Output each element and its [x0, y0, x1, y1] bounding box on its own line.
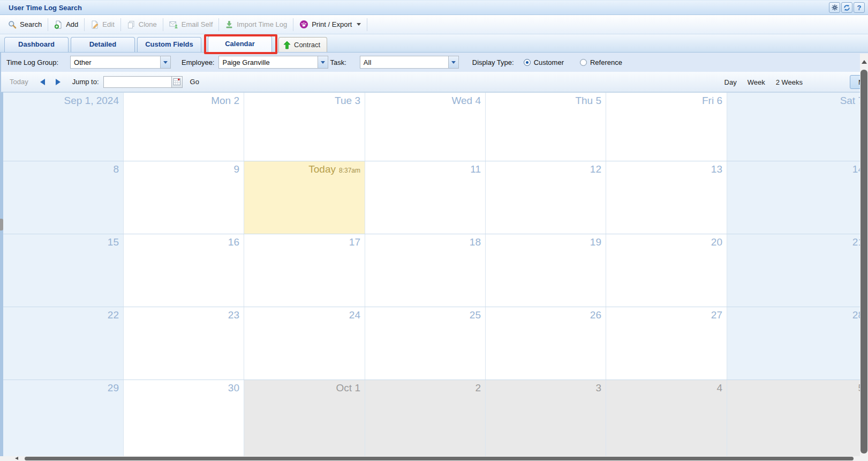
calendar-today-cell[interactable]: Today8:37am: [244, 161, 365, 234]
calendar-day-cell[interactable]: 13: [606, 161, 727, 234]
calendar-day-cell[interactable]: 27: [606, 307, 727, 380]
gear-button[interactable]: [829, 2, 840, 13]
calendar-day-cell[interactable]: 25: [365, 307, 485, 380]
calendar-day-cell[interactable]: 24: [244, 307, 365, 380]
refresh-button[interactable]: [841, 2, 852, 13]
calendar-day-cell[interactable]: 29: [0, 380, 123, 457]
email-self-button[interactable]: Email Self: [164, 20, 218, 29]
day-number: Oct 1: [244, 380, 365, 394]
tab-dashboard[interactable]: Dashboard: [4, 37, 69, 52]
calendar-day-cell[interactable]: Sep 1, 2024: [0, 93, 123, 161]
scroll-up-arrow-icon[interactable]: [862, 60, 867, 64]
tab-calendar[interactable]: Calendar: [208, 36, 272, 52]
calendar-day-cell[interactable]: Oct 1: [244, 380, 365, 457]
radio-selected-icon[interactable]: [524, 59, 531, 66]
day-number: 22: [0, 307, 123, 321]
today-header: Today8:37am: [244, 161, 365, 175]
view-2-weeks-button[interactable]: 2 Weeks: [775, 76, 804, 88]
day-number: 2: [365, 380, 485, 394]
panel-collapse-grip[interactable]: [0, 219, 3, 230]
clone-button[interactable]: Clone: [122, 20, 162, 29]
today-button[interactable]: Today: [10, 78, 28, 86]
calendar-day-cell[interactable]: 2: [365, 380, 485, 457]
calendar-day-cell[interactable]: 19: [485, 234, 606, 307]
task-select[interactable]: All: [360, 56, 459, 69]
chevron-down-icon[interactable]: [318, 56, 328, 68]
calendar-day-cell[interactable]: 21: [727, 234, 868, 307]
calendar-day-cell[interactable]: 11: [365, 161, 485, 234]
page-title: User Time Log Search: [9, 4, 82, 12]
horizontal-scrollbar-thumb[interactable]: [25, 457, 854, 460]
edit-button[interactable]: Edit: [86, 20, 119, 29]
calendar-day-cell[interactable]: 3: [485, 380, 606, 457]
chevron-down-icon[interactable]: [160, 56, 170, 68]
prev-month-arrow-icon[interactable]: [40, 79, 45, 85]
radio-unselected-icon[interactable]: [580, 59, 587, 66]
chevron-down-icon[interactable]: [448, 56, 458, 68]
view-switcher: DayWeek2 WeeksMonth: [723, 72, 868, 92]
calendar-day-cell[interactable]: 28: [727, 307, 868, 380]
calendar-day-cell[interactable]: 20: [606, 234, 727, 307]
calendar-day-cell[interactable]: Thu 5: [485, 93, 606, 161]
time-log-group-select[interactable]: Other: [70, 56, 171, 69]
jump-to-input[interactable]: [104, 77, 171, 87]
tab-label: Detailed: [89, 40, 117, 48]
calendar-day-cell[interactable]: 15: [0, 234, 123, 307]
scroll-left-arrow-icon[interactable]: [15, 457, 18, 460]
view-week-button[interactable]: Week: [746, 76, 766, 88]
calendar-day-cell[interactable]: 9: [123, 161, 244, 234]
calendar-day-cell[interactable]: 5: [727, 380, 868, 457]
employee-label: Employee:: [182, 58, 214, 66]
calendar-day-cell[interactable]: Tue 3: [244, 93, 365, 161]
calendar-day-cell[interactable]: 12: [485, 161, 606, 234]
calendar-day-cell[interactable]: 4: [606, 380, 727, 457]
search-button[interactable]: Search: [3, 20, 47, 29]
vertical-scrollbar[interactable]: [860, 54, 868, 461]
add-button[interactable]: Add: [49, 20, 83, 29]
toolbar: SearchAddEditCloneEmail SelfImport Time …: [0, 15, 868, 34]
day-number: Sat 7: [727, 93, 868, 107]
calendar-day-cell[interactable]: Mon 2: [123, 93, 244, 161]
go-button[interactable]: Go: [190, 78, 199, 86]
day-number: 21: [727, 234, 868, 248]
calendar-picker-icon[interactable]: [171, 77, 182, 87]
tab-contract[interactable]: Contract: [278, 37, 327, 52]
horizontal-scrollbar[interactable]: [0, 456, 860, 461]
calendar-day-cell[interactable]: 22: [0, 307, 123, 380]
tab-custom-fields[interactable]: Custom Fields: [137, 37, 201, 52]
day-number: 3: [486, 380, 606, 394]
calendar-day-cell[interactable]: 26: [485, 307, 606, 380]
vertical-scrollbar-thumb[interactable]: [861, 70, 867, 453]
toolbar-separator: [120, 18, 121, 31]
display-type-customer-radio[interactable]: Customer: [524, 58, 564, 66]
calendar-day-cell[interactable]: 17: [244, 234, 365, 307]
help-button[interactable]: ?: [854, 2, 865, 13]
radio-label-reference: Reference: [590, 58, 622, 66]
calendar-day-cell[interactable]: Sat 7: [727, 93, 868, 161]
calendar-day-cell[interactable]: 23: [123, 307, 244, 380]
task-value: All: [360, 56, 448, 68]
display-type-reference-radio[interactable]: Reference: [580, 58, 622, 66]
print-export-button[interactable]: Print / Export: [295, 20, 366, 29]
calendar-day-cell[interactable]: 18: [365, 234, 485, 307]
day-number: 4: [606, 380, 727, 394]
day-number: Wed 4: [365, 93, 485, 107]
add-icon: [54, 20, 63, 29]
calendar-day-cell[interactable]: 8: [0, 161, 123, 234]
day-number: 28: [727, 307, 868, 321]
next-month-arrow-icon[interactable]: [56, 79, 61, 85]
calendar-day-cell[interactable]: 14: [727, 161, 868, 234]
employee-select[interactable]: Paige Granville: [218, 56, 328, 69]
day-number: 30: [124, 380, 244, 394]
calendar-day-cell[interactable]: 16: [123, 234, 244, 307]
calendar-day-cell[interactable]: Fri 6: [606, 93, 727, 161]
calendar-day-cell[interactable]: Wed 4: [365, 93, 485, 161]
tab-detailed[interactable]: Detailed: [71, 37, 135, 52]
task-label: Task:: [330, 58, 346, 66]
view-day-button[interactable]: Day: [723, 76, 738, 88]
calendar-day-cell[interactable]: 30: [123, 380, 244, 457]
radio-label-customer: Customer: [534, 58, 564, 66]
import-time-log-button[interactable]: Import Time Log: [220, 20, 292, 29]
import-icon: [225, 20, 233, 29]
toolbar-separator: [218, 18, 219, 31]
